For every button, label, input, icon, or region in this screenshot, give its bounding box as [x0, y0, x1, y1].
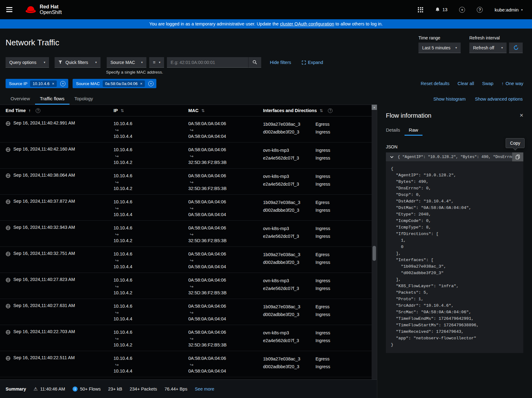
row-dst-mac: 32:5D:36:F2:B5:3B	[188, 159, 263, 166]
row-end-time: Sep 16, 2024,11:40:27.631 AM	[13, 303, 75, 308]
help-icon[interactable]: ?	[477, 7, 483, 13]
expand-link[interactable]: Expand	[302, 60, 323, 65]
column-header-end-time[interactable]: End Time ↑ ?	[0, 108, 114, 113]
filter-chip: 0a:58:0a:0a:04:06 ×	[103, 80, 145, 87]
row-dst-mac: 0A:58:0A:0A:04:04	[188, 211, 263, 218]
column-header-mac[interactable]: MAC ⇅	[188, 108, 263, 113]
row-interface-b: d002adbbe3f20_3	[263, 363, 315, 371]
operator-select[interactable]: = ▾	[149, 57, 164, 68]
swap-link[interactable]: Swap	[482, 81, 493, 86]
help-icon[interactable]: ?	[328, 108, 333, 113]
chip-remove-icon[interactable]: ×	[52, 81, 55, 86]
row-interface-a: ovn-k8s-mp3	[263, 277, 315, 285]
table-row[interactable]: Sep 16, 2024,11:40:32.943 AM 10.10.4.6 ↪…	[0, 221, 372, 247]
column-header-ip[interactable]: IP ⇅	[114, 108, 188, 113]
query-options-dropdown[interactable]: Query options ▾	[6, 57, 49, 68]
notifications-button[interactable]: 13	[435, 7, 447, 12]
flow-arrow-icon: ↪	[188, 257, 263, 264]
table-row[interactable]: Sep 16, 2024,11:40:22.703 AM 10.10.4.6 ↪…	[0, 325, 372, 351]
row-dst-ip: 10.10.4.4	[114, 368, 188, 374]
table-row[interactable]: Sep 16, 2024,11:40:37.872 AM 10.10.4.6 ↪…	[0, 195, 372, 221]
row-direction-a: Ingress	[315, 173, 372, 180]
row-direction-b: Ingress	[315, 285, 372, 292]
table-row[interactable]: Sep 16, 2024,11:40:42.991 AM 10.10.4.6 ↪…	[0, 116, 372, 142]
flow-arrow-icon: ↪	[114, 127, 188, 133]
tab-topology[interactable]: Topology	[69, 93, 98, 105]
column-header-interfaces[interactable]: Interfaces and Directions ⇅ ?	[263, 108, 372, 113]
refresh-interval-select[interactable]: Refresh off ▾	[469, 43, 507, 53]
row-direction-b: Ingress	[315, 233, 372, 240]
row-end-time: Sep 16, 2024,11:40:27.823 AM	[13, 277, 75, 282]
row-interface-b: d002adbbe3f20_3	[263, 206, 315, 214]
chevron-down-icon: ▾	[159, 61, 160, 64]
search-input[interactable]	[167, 57, 248, 68]
row-end-time: Sep 16, 2024,11:40:22.511 AM	[13, 355, 75, 360]
row-direction-a: Egress	[315, 199, 372, 206]
table-row[interactable]: Sep 16, 2024,11:40:32.751 AM 10.10.4.6 ↪…	[0, 247, 372, 273]
view-tabs: Overview Traffic flows Topology Show his…	[0, 93, 532, 105]
brand-line2: OpenShift	[40, 10, 62, 15]
close-icon[interactable]: ×	[520, 112, 523, 118]
search-button[interactable]	[248, 57, 261, 68]
table-row[interactable]: Sep 16, 2024,11:40:27.823 AM 10.10.4.6 ↪…	[0, 273, 372, 299]
table-row[interactable]: Sep 16, 2024,11:40:42.160 AM 10.10.4.6 ↪…	[0, 142, 372, 169]
reset-defaults-link[interactable]: Reset defaults	[421, 81, 449, 86]
row-dst-ip: 10.10.4.4	[114, 264, 188, 270]
row-end-time: Sep 16, 2024,11:40:32.943 AM	[13, 225, 75, 230]
tab-traffic-flows[interactable]: Traffic flows	[35, 93, 69, 105]
tab-raw[interactable]: Raw	[405, 125, 422, 136]
time-range-select[interactable]: Last 5 minutes ▾	[418, 43, 461, 53]
table-row[interactable]: Sep 16, 2024,11:40:27.631 AM 10.10.4.6 ↪…	[0, 299, 372, 325]
scrollbar-thumb[interactable]	[373, 246, 376, 261]
help-icon[interactable]: ?	[36, 108, 40, 113]
brand-logo[interactable]: Red Hat OpenShift	[25, 4, 62, 15]
summary-time: 11:40:46 AM	[40, 387, 65, 391]
globe-icon	[6, 356, 11, 361]
row-interface-a: 1b09a27e038ac_3	[263, 199, 315, 206]
chip-group-remove-icon[interactable]: ×	[148, 81, 154, 86]
see-more-link[interactable]: See more	[195, 387, 214, 391]
flow-info-panel: Flow information × Details Raw JSON Copy	[377, 105, 532, 398]
filter-column-select[interactable]: Source MAC ▾	[107, 57, 146, 68]
scroll-up-icon[interactable]: ▲	[372, 105, 377, 110]
chip-group-remove-icon[interactable]: ×	[60, 81, 65, 86]
hide-filters-link[interactable]: Hide filters	[270, 60, 291, 65]
show-histogram-link[interactable]: Show histogram	[433, 97, 466, 102]
flow-arrow-icon: ↪	[188, 362, 263, 368]
row-direction-b: Ingress	[315, 154, 372, 162]
row-src-mac: 0A:58:0A:0A:04:06	[188, 277, 263, 283]
refresh-button[interactable]	[509, 43, 523, 53]
clear-all-link[interactable]: Clear all	[458, 81, 474, 86]
oauth-config-link[interactable]: cluster OAuth configuration	[280, 21, 334, 26]
globe-icon	[6, 173, 11, 178]
sync-icon	[513, 45, 519, 50]
row-interface-b: e2a4e562dc07f_3	[263, 180, 315, 188]
table-row[interactable]: Sep 16, 2024,11:40:22.511 AM 10.10.4.6 ↪…	[0, 351, 372, 377]
row-src-ip: 10.10.4.6	[114, 147, 188, 153]
row-interface-b: e2a4e562dc07f_3	[263, 337, 315, 345]
row-src-ip: 10.10.4.6	[114, 251, 188, 257]
tab-details[interactable]: Details	[382, 125, 405, 136]
copy-icon[interactable]	[512, 152, 523, 161]
globe-icon	[6, 304, 11, 309]
flow-arrow-icon: ↪	[114, 153, 188, 159]
tab-overview[interactable]: Overview	[6, 93, 35, 105]
chip-remove-icon[interactable]: ×	[140, 81, 142, 86]
vertical-scrollbar[interactable]: ▲	[372, 105, 377, 379]
row-direction-b: Ingress	[315, 206, 372, 214]
nav-toggle-icon[interactable]	[6, 7, 12, 12]
quick-filters-dropdown[interactable]: Quick filters ▾	[55, 57, 101, 68]
chevron-down-icon[interactable]	[386, 152, 398, 161]
notification-count: 13	[442, 7, 447, 12]
app-launcher-icon[interactable]	[418, 7, 423, 12]
copy-tooltip: Copy	[506, 138, 525, 148]
user-menu[interactable]: kube:admin ▾	[494, 7, 523, 12]
one-way-link[interactable]: ↑ One way	[502, 81, 523, 86]
add-icon[interactable]: +	[459, 7, 465, 13]
table-row[interactable]: Sep 16, 2024,11:40:38.064 AM 10.10.4.6 ↪…	[0, 169, 372, 195]
json-code-block: Copy { "AgentIP": "10.0.128.2", "Bytes":…	[386, 152, 523, 353]
flow-arrow-icon: ↪	[188, 283, 263, 290]
flow-arrow-icon: ↪	[114, 283, 188, 290]
summary-rate: 76.44+ Bps	[164, 387, 187, 391]
show-advanced-options-link[interactable]: Show advanced options	[475, 97, 523, 102]
